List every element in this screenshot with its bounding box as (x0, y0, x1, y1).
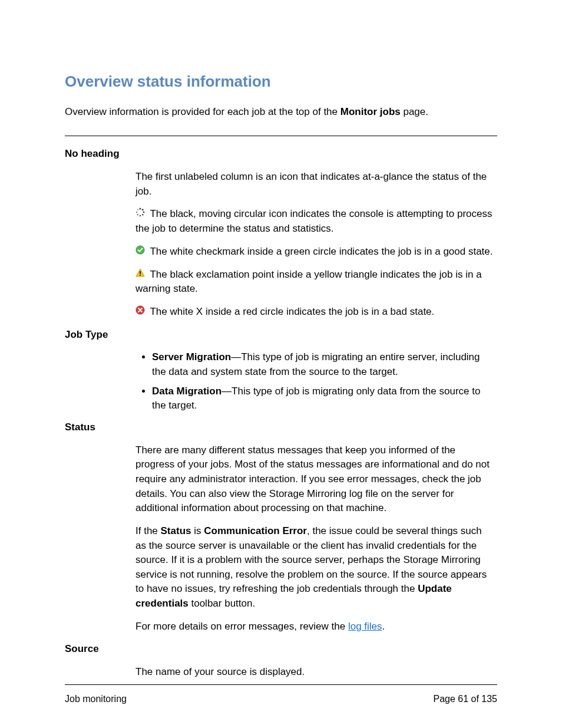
job-type-bold: Server Migration (152, 351, 231, 363)
section-body-status: There are many different status messages… (65, 443, 497, 634)
svg-point-4 (140, 215, 141, 216)
source-p1: The name of your source is displayed. (135, 665, 494, 680)
icon-row-good: The white checkmark inside a green circl… (135, 245, 494, 259)
svg-point-3 (142, 214, 144, 216)
svg-point-1 (142, 209, 144, 211)
document-page: Overview status information Overview inf… (0, 0, 562, 728)
icon-error-text: The white X inside a red circle indicate… (147, 306, 434, 317)
section-label-status: Status (65, 420, 497, 435)
footer-left: Job monitoring (65, 692, 127, 706)
footer-right: Page 61 of 135 (433, 692, 497, 706)
intro-text: Overview information is provided for eac… (65, 106, 340, 117)
success-icon (135, 245, 145, 259)
status-p2-end: toolbar button. (189, 598, 255, 609)
icon-good-text: The white checkmark inside a green circl… (147, 246, 493, 257)
section-label-job-type: Job Type (65, 328, 497, 342)
status-p3: For more details on error messages, revi… (135, 620, 494, 634)
job-type-list: Server Migration—This type of job is mig… (135, 350, 494, 413)
status-p3-after: . (382, 621, 385, 632)
status-p2-mid: is (191, 525, 204, 536)
svg-rect-9 (140, 271, 141, 274)
svg-point-2 (143, 212, 145, 213)
status-p2-before: If the (135, 525, 161, 536)
svg-rect-10 (140, 275, 141, 276)
icon-row-processing: The black, moving circular icon indicate… (135, 207, 494, 236)
svg-point-7 (137, 209, 138, 210)
no-heading-p1: The first unlabeled column is an icon th… (135, 170, 494, 199)
svg-point-5 (137, 215, 138, 216)
icon-warning-text: The black exclamation point inside a yel… (135, 269, 482, 295)
page-footer: Job monitoring Page 61 of 135 (65, 684, 497, 706)
svg-point-6 (136, 212, 137, 213)
section-body-source: The name of your source is displayed. (65, 665, 497, 680)
divider (65, 136, 497, 136)
section-body-job-type: Server Migration—This type of job is mig… (65, 350, 497, 413)
error-icon (135, 305, 145, 319)
section-label-source: Source (65, 642, 497, 657)
log-files-link[interactable]: log files (348, 621, 382, 632)
status-p2-b2: Communication Error (204, 525, 307, 536)
section-body-no-heading: The first unlabeled column is an icon th… (65, 170, 497, 319)
status-p2-b1: Status (161, 525, 191, 536)
intro-bold: Monitor jobs (340, 106, 401, 117)
intro-paragraph: Overview information is provided for eac… (65, 105, 497, 120)
list-item: Data Migration—This type of job is migra… (152, 384, 494, 413)
status-p2: If the Status is Communication Error, th… (135, 524, 494, 611)
job-type-bold: Data Migration (152, 386, 222, 397)
list-item: Server Migration—This type of job is mig… (152, 350, 494, 379)
icon-row-warning: The black exclamation point inside a yel… (135, 268, 494, 297)
section-label-no-heading: No heading (65, 147, 497, 162)
icon-row-error: The white X inside a red circle indicate… (135, 305, 494, 319)
processing-icon (135, 207, 145, 222)
page-title: Overview status information (65, 71, 497, 93)
status-p3-before: For more details on error messages, revi… (135, 621, 348, 632)
svg-point-0 (139, 208, 141, 210)
status-p1: There are many different status messages… (135, 443, 494, 516)
intro-text-after: page. (401, 106, 428, 117)
warning-icon (135, 268, 145, 282)
icon-processing-text: The black, moving circular icon indicate… (135, 208, 492, 234)
